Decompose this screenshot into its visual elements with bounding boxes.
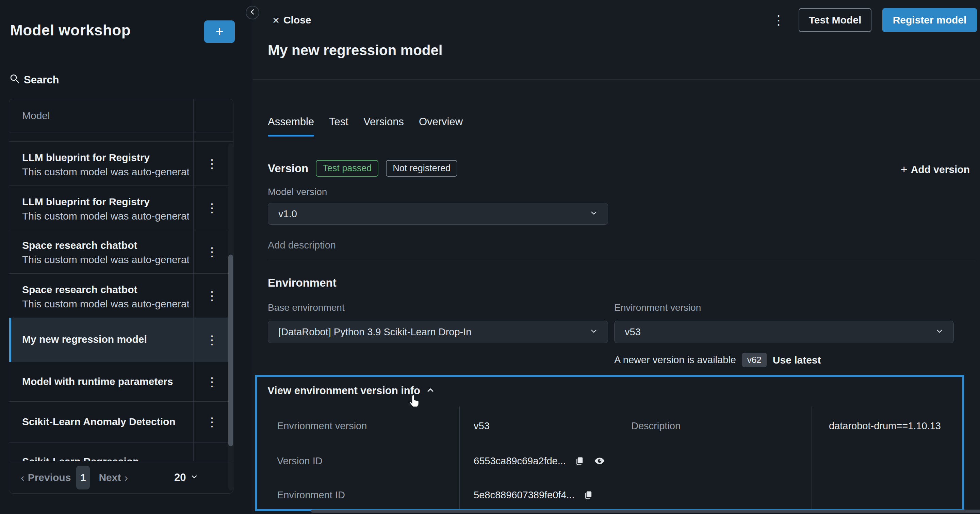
list-item[interactable]: LLM blueprint for Registry This custom m… — [9, 142, 233, 186]
model-list: Model LLM blueprint for Registry This cu… — [9, 99, 234, 493]
test-model-button[interactable]: Test Model — [799, 8, 872, 32]
kebab-menu-icon[interactable]: ⋮ — [206, 318, 218, 362]
environment-info-toggle[interactable]: View environment version info — [267, 385, 435, 397]
add-model-button[interactable]: + — [204, 21, 235, 43]
use-latest-button[interactable]: Use latest — [773, 354, 821, 366]
tab-assemble[interactable]: Assemble — [268, 116, 314, 137]
plus-icon: + — [901, 163, 907, 176]
close-icon: × — [272, 14, 279, 26]
chevron-right-icon: › — [124, 471, 128, 484]
previous-page-button[interactable]: ‹ Previous — [21, 471, 71, 484]
test-passed-badge: Test passed — [316, 160, 379, 177]
chevron-down-icon — [589, 208, 598, 219]
list-item[interactable]: Scikit-Learn Anomaly Detection ⋮ — [9, 402, 233, 443]
model-title: My new regression model — [268, 42, 442, 59]
more-actions-kebab-icon[interactable]: ⋮ — [772, 11, 785, 29]
environment-info-panel: View environment version info Envrionmen… — [255, 375, 964, 511]
model-column-header: Model — [9, 99, 233, 132]
scrolled-item-sliver — [9, 132, 233, 142]
environment-version-select[interactable]: v53 — [614, 321, 954, 343]
add-description-button[interactable]: Add description — [268, 240, 336, 251]
description-label: Description — [631, 409, 681, 443]
base-environment-label: Base environment — [268, 302, 345, 313]
list-item[interactable]: LLM blueprint for Registry This custom m… — [9, 186, 233, 230]
chevron-down-icon — [190, 471, 198, 484]
model-version-label: Model version — [268, 186, 327, 197]
version-heading: Version — [268, 162, 308, 175]
model-version-select[interactable]: v1.0 — [268, 203, 608, 225]
version-section-header: Version Test passed Not registered — [268, 160, 457, 177]
newer-version-badge: v62 — [742, 353, 767, 367]
list-item-partial[interactable]: Scikit-Learn Regression — [9, 443, 233, 461]
base-environment-select[interactable]: [DataRobot] Python 3.9 Scikit-Learn Drop… — [268, 321, 608, 343]
eye-icon[interactable] — [594, 456, 605, 466]
horizontal-scrollbar[interactable] — [311, 509, 980, 512]
not-registered-badge: Not registered — [386, 160, 457, 177]
app-root: Model workshop + Search Model LLM bluepr… — [0, 0, 980, 514]
workshop-title: Model workshop — [10, 22, 130, 39]
chevron-down-icon — [589, 327, 598, 337]
description-value: datarobot-drum==1.10.13 — [829, 409, 941, 443]
environment-heading: Environment — [268, 276, 337, 289]
copy-icon[interactable] — [575, 456, 585, 466]
plus-icon: + — [215, 24, 224, 39]
page-size-select[interactable]: 20 — [174, 471, 198, 484]
chevron-left-icon — [249, 8, 256, 17]
info-row-version-id: Version ID 6553ca89c69a2fde... — [277, 443, 959, 479]
tab-overview[interactable]: Overview — [419, 116, 463, 137]
pagination: ‹ Previous 1 Next › 20 — [9, 461, 233, 493]
collapse-sidebar-button[interactable] — [246, 6, 259, 19]
main-panel: × Close ⋮ Test Model Register model My n… — [253, 0, 980, 514]
close-button[interactable]: × Close — [272, 14, 311, 26]
list-item[interactable]: Model with runtime parameters ⋮ — [9, 362, 233, 402]
chevron-down-icon — [935, 327, 944, 337]
environment-version-label: Environment version — [614, 302, 701, 313]
tab-bar: Assemble Test Versions Overview — [268, 116, 463, 137]
kebab-menu-icon[interactable]: ⋮ — [206, 186, 218, 230]
vertical-scrollbar-thumb[interactable] — [228, 255, 233, 446]
list-column-divider — [193, 99, 194, 461]
kebab-menu-icon[interactable]: ⋮ — [206, 362, 218, 401]
newer-version-notice: A newer version is available v62 Use lat… — [614, 353, 821, 367]
kebab-menu-icon[interactable]: ⋮ — [206, 230, 218, 273]
sidebar: Model workshop + Search Model LLM bluepr… — [0, 0, 252, 514]
copy-icon[interactable] — [584, 490, 594, 500]
next-page-button[interactable]: Next › — [99, 471, 128, 484]
list-item[interactable]: Space research chatbot This custom model… — [9, 230, 233, 274]
search-icon — [10, 73, 20, 86]
search-label: Search — [24, 74, 59, 86]
current-page-indicator[interactable]: 1 — [76, 466, 90, 490]
chevron-left-icon: ‹ — [21, 471, 24, 484]
kebab-menu-icon[interactable]: ⋮ — [206, 402, 218, 442]
tab-test[interactable]: Test — [329, 116, 348, 137]
header-divider — [253, 79, 980, 80]
list-item-selected[interactable]: My new regression model ⋮ — [9, 318, 233, 362]
register-model-button[interactable]: Register model — [882, 8, 977, 32]
tab-versions[interactable]: Versions — [363, 116, 404, 137]
list-item[interactable]: Space research chatbot This custom model… — [9, 274, 233, 318]
kebab-menu-icon[interactable]: ⋮ — [206, 142, 218, 186]
add-version-button[interactable]: + Add version — [901, 163, 970, 176]
search-control[interactable]: Search — [10, 73, 59, 86]
chevron-up-icon — [426, 385, 435, 396]
info-row-environment-id: Environment ID 5e8c889607389fe0f4... — [277, 479, 959, 511]
kebab-menu-icon[interactable]: ⋮ — [206, 274, 218, 318]
section-divider — [268, 261, 975, 261]
